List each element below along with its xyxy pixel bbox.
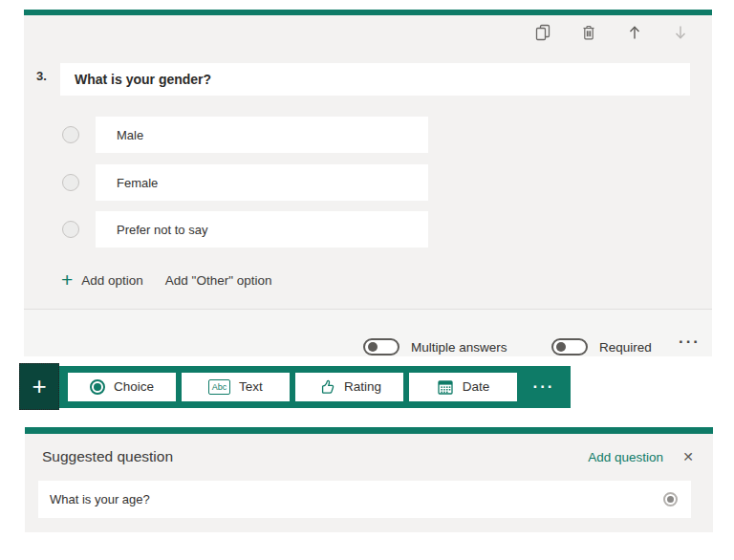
- required-label: Required: [599, 340, 652, 355]
- rating-type-label: Rating: [344, 379, 381, 394]
- toggle-knob: [556, 342, 566, 352]
- choice-radio-icon: [90, 379, 105, 395]
- add-other-option-button[interactable]: Add "Other" option: [165, 273, 272, 288]
- choice-type-label: Choice: [114, 379, 154, 394]
- add-option-button[interactable]: Add option: [81, 273, 143, 288]
- option-input[interactable]: Male: [96, 117, 428, 153]
- option-input[interactable]: Prefer not to say: [96, 211, 428, 248]
- suggested-question-title: Suggested question: [42, 448, 173, 465]
- choice-type-button[interactable]: Choice: [68, 373, 176, 401]
- option-radio: [62, 126, 79, 143]
- option-radio: [62, 174, 79, 191]
- suggested-question-panel: Suggested question Add question ✕ What i…: [25, 427, 713, 532]
- add-option-row: + Add option Add "Other" option: [61, 269, 271, 291]
- option-input[interactable]: Female: [96, 164, 428, 201]
- copy-icon[interactable]: [534, 24, 551, 41]
- date-type-button[interactable]: Date: [409, 373, 517, 401]
- rating-type-button[interactable]: Rating: [295, 373, 403, 401]
- text-type-label: Text: [239, 379, 263, 394]
- more-question-types-icon[interactable]: ···: [523, 377, 565, 397]
- more-options-icon[interactable]: ···: [679, 333, 701, 352]
- question-type-strip: Choice Abc Text Rating: [59, 366, 571, 408]
- text-type-button[interactable]: Abc Text: [182, 373, 290, 401]
- rating-thumbs-up-icon: [317, 377, 335, 396]
- choice-type-indicator-icon: [663, 492, 678, 506]
- calendar-icon: [437, 378, 454, 396]
- plus-icon[interactable]: +: [61, 271, 73, 289]
- suggested-question-text: What is your age?: [50, 492, 663, 506]
- multiple-answers-label: Multiple answers: [411, 340, 507, 355]
- date-type-label: Date: [463, 379, 490, 394]
- question-card: 3. What is your gender? Male Female Pref…: [24, 10, 712, 356]
- card-accent-bar: [24, 10, 712, 15]
- required-toggle[interactable]: [551, 338, 588, 355]
- question-footer: Multiple answers Required ···: [24, 310, 712, 356]
- add-question-toolbar: + Choice Abc Text Rating: [19, 363, 571, 410]
- move-up-icon[interactable]: [626, 24, 643, 41]
- suggested-question-row[interactable]: What is your age?: [38, 481, 691, 518]
- toggle-knob: [368, 342, 378, 352]
- move-down-icon[interactable]: [672, 24, 689, 41]
- panel-accent-bar: [25, 427, 713, 434]
- add-question-link[interactable]: Add question: [588, 450, 663, 464]
- option-radio: [62, 221, 79, 238]
- close-icon[interactable]: ✕: [682, 449, 694, 464]
- question-action-bar: [534, 24, 689, 41]
- text-abc-icon: Abc: [208, 379, 230, 395]
- question-number: 3.: [36, 69, 47, 83]
- multiple-answers-toggle[interactable]: [363, 338, 399, 355]
- question-title-input[interactable]: What is your gender?: [60, 63, 690, 96]
- delete-icon[interactable]: [580, 24, 597, 41]
- add-question-plus-button[interactable]: +: [19, 363, 59, 410]
